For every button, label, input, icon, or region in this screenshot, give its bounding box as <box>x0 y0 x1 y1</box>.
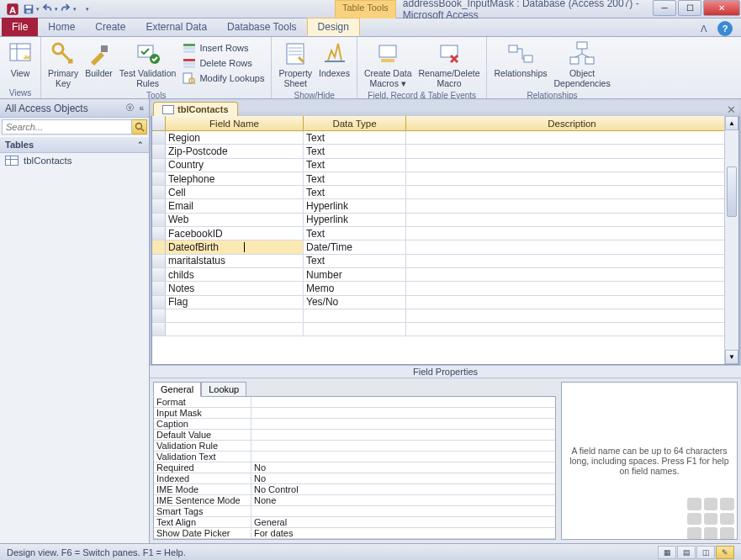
cell-data-type[interactable]: Text <box>304 172 406 185</box>
cell-field-name[interactable]: Email <box>166 199 304 212</box>
tab-database-tools[interactable]: Database Tools <box>217 18 307 36</box>
row-selector[interactable] <box>152 131 166 144</box>
relationships-button[interactable]: Relationships <box>490 39 550 81</box>
cell-data-type[interactable]: Number <box>304 268 406 281</box>
header-description[interactable]: Description <box>406 116 738 130</box>
row-selector[interactable] <box>152 282 166 294</box>
fp-tab-lookup[interactable]: Lookup <box>201 382 246 397</box>
row-selector[interactable] <box>152 227 166 240</box>
cell-data-type[interactable]: Date/Time <box>304 240 406 253</box>
cell-data-type[interactable]: Text <box>304 186 406 198</box>
tab-file[interactable]: File <box>2 18 38 36</box>
nav-collapse-icon[interactable]: « <box>139 103 144 113</box>
builder-button[interactable]: Builder <box>82 39 116 81</box>
tab-design[interactable]: Design <box>307 18 360 36</box>
row-selector[interactable] <box>152 199 166 212</box>
cell-field-name[interactable]: DateofBirth <box>166 240 304 253</box>
ribbon-minimize-icon[interactable]: ᐱ <box>701 24 707 34</box>
row-selector[interactable] <box>152 255 166 267</box>
header-field-name[interactable]: Field Name <box>166 116 304 130</box>
cell-data-type[interactable]: Text <box>304 255 406 267</box>
fp-tab-general[interactable]: General <box>153 382 201 397</box>
cell-description[interactable] <box>406 268 738 281</box>
test-validation-button[interactable]: Test Validation Rules <box>116 39 180 90</box>
cell-description[interactable] <box>406 255 738 267</box>
property-value[interactable]: General <box>251 517 555 527</box>
cell-field-name[interactable]: Notes <box>166 282 304 294</box>
redo-icon[interactable]: ▾ <box>60 2 77 17</box>
cell-description[interactable] <box>406 131 738 144</box>
doc-tab-tblcontacts[interactable]: tblContacts <box>153 102 238 116</box>
cell-data-type[interactable] <box>304 309 406 322</box>
cell-description[interactable] <box>406 296 738 309</box>
create-data-macros-button[interactable]: Create Data Macros ▾ <box>361 39 415 90</box>
cell-field-name[interactable] <box>166 309 304 322</box>
modify-lookups-button[interactable]: Modify Lookups <box>179 71 267 86</box>
cell-field-name[interactable]: childs <box>166 268 304 281</box>
search-icon[interactable] <box>132 119 147 135</box>
cell-field-name[interactable]: FacebookID <box>166 227 304 240</box>
cell-description[interactable] <box>406 186 738 198</box>
row-selector-header[interactable] <box>152 116 166 130</box>
cell-description[interactable] <box>406 199 738 212</box>
maximize-button[interactable]: ☐ <box>678 0 701 16</box>
property-value[interactable]: No <box>251 462 555 473</box>
cell-data-type[interactable]: Text <box>304 227 406 240</box>
property-value[interactable] <box>251 419 555 429</box>
tab-create[interactable]: Create <box>85 18 135 36</box>
row-selector[interactable] <box>152 172 166 185</box>
cell-field-name[interactable]: Telephone <box>166 172 304 185</box>
row-selector[interactable] <box>152 159 166 172</box>
close-document-icon[interactable]: ✕ <box>727 103 736 116</box>
design-view-button[interactable]: ✎ <box>716 546 734 559</box>
cell-field-name[interactable]: Flag <box>166 296 304 309</box>
nav-filter-icon[interactable]: ⓥ <box>126 103 134 114</box>
cell-data-type[interactable]: Memo <box>304 282 406 294</box>
nav-item-tblcontacts[interactable]: tblContacts <box>0 153 149 168</box>
tab-home[interactable]: Home <box>38 18 85 36</box>
cell-field-name[interactable]: Cell <box>166 186 304 198</box>
cell-description[interactable] <box>406 282 738 294</box>
object-dependencies-button[interactable]: Object Dependencies <box>551 39 614 90</box>
cell-data-type[interactable]: Text <box>304 131 406 144</box>
cell-field-name[interactable]: Zip-Postcode <box>166 145 304 157</box>
cell-field-name[interactable]: Country <box>166 159 304 172</box>
nav-group-tables[interactable]: Tables⌃ <box>0 136 149 153</box>
property-value[interactable] <box>251 441 555 451</box>
row-selector[interactable] <box>152 268 166 281</box>
help-icon[interactable]: ? <box>717 21 733 36</box>
property-value[interactable] <box>251 452 555 462</box>
cell-data-type[interactable]: Hyperlink <box>304 199 406 212</box>
delete-rows-button[interactable]: Delete Rows <box>179 55 267 71</box>
cell-data-type[interactable]: Yes/No <box>304 296 406 309</box>
cell-description[interactable] <box>406 145 738 157</box>
tab-external-data[interactable]: External Data <box>135 18 217 36</box>
undo-icon[interactable]: ▾ <box>41 2 58 17</box>
property-sheet-button[interactable]: Property Sheet <box>275 39 315 90</box>
minimize-button[interactable]: ─ <box>653 0 676 16</box>
cell-data-type[interactable] <box>304 323 406 335</box>
rename-delete-macro-button[interactable]: Rename/Delete Macro <box>415 39 484 90</box>
cell-field-name[interactable]: Web <box>166 214 304 226</box>
insert-rows-button[interactable]: Insert Rows <box>179 40 267 55</box>
pivotchart-view-button[interactable]: ◫ <box>696 546 715 559</box>
cell-description[interactable] <box>406 227 738 240</box>
access-app-icon[interactable]: A <box>4 2 21 17</box>
row-selector[interactable] <box>152 240 166 253</box>
qat-customize-icon[interactable]: ▾ <box>78 2 95 17</box>
property-value[interactable]: No Control <box>251 484 555 494</box>
header-data-type[interactable]: Data Type <box>304 116 406 130</box>
row-selector[interactable] <box>152 296 166 309</box>
scroll-up-icon[interactable]: ▲ <box>725 116 738 130</box>
property-value[interactable] <box>251 430 555 440</box>
search-input[interactable] <box>2 119 132 135</box>
primary-key-button[interactable]: Primary Key <box>45 39 82 90</box>
cell-field-name[interactable]: maritalstatus <box>166 255 304 267</box>
row-selector[interactable] <box>152 145 166 157</box>
row-selector[interactable] <box>152 323 166 335</box>
cell-description[interactable] <box>406 309 738 322</box>
collapse-group-icon[interactable]: ⌃ <box>137 140 144 149</box>
cell-data-type[interactable]: Hyperlink <box>304 214 406 226</box>
cell-data-type[interactable]: Text <box>304 145 406 157</box>
cell-description[interactable] <box>406 214 738 226</box>
